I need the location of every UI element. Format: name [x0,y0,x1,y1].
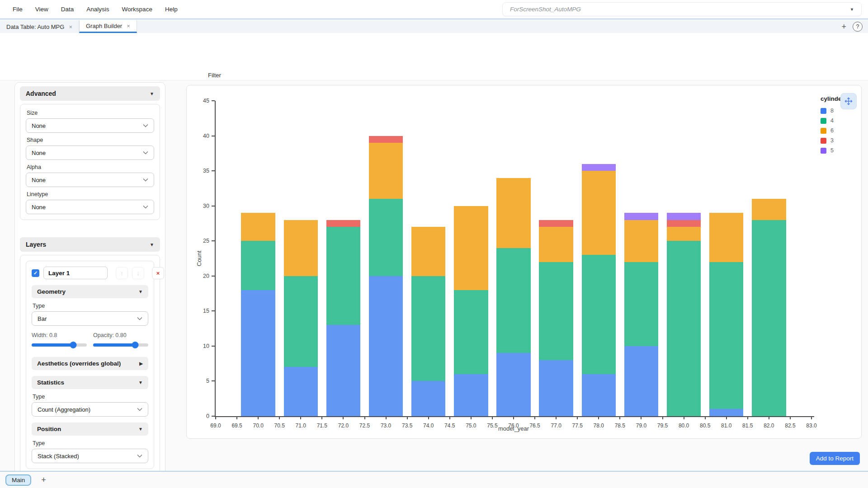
opacity-slider-group: Opacity: 0.80 [93,332,148,348]
y-tick-mark [212,276,215,277]
x-tick-mark [534,416,535,419]
bar-segment [241,213,275,241]
position-type-select[interactable]: Stack (Stacked) [32,449,148,463]
bar-segment [582,164,616,171]
add-to-report-button[interactable]: Add to Report [810,452,860,465]
x-tick-mark [471,416,472,419]
menu-item-workspace[interactable]: Workspace [116,3,159,15]
tab-bar-actions: + ? [841,20,868,33]
alpha-label: Alpha [27,164,154,170]
opacity-slider[interactable] [93,342,148,348]
position-section-header[interactable]: Position ▼ [32,422,148,436]
x-tick-mark [321,416,322,419]
aesthetics-section-title: Aesthetics (overrides global) [37,360,121,367]
statistics-section-header[interactable]: Statistics ▼ [32,376,148,389]
bottom-tab-main[interactable]: Main [5,474,31,486]
bar-segment [624,220,658,262]
size-select[interactable]: None [26,118,154,133]
y-tick-mark [212,100,215,101]
width-slider[interactable] [32,342,87,348]
bar-segment [369,276,403,416]
tab-data-table[interactable]: Data Table: Auto MPG × [0,20,79,33]
x-tick-mark [641,416,642,419]
statistics-type-select[interactable]: Count (Aggregation) [32,402,148,417]
statistics-section-title: Statistics [37,379,64,386]
position-type-label: Type [33,440,148,446]
legend-item: 5 [821,147,859,154]
x-tick-mark [598,416,599,419]
size-select-value: None [32,122,46,129]
move-layer-down-button[interactable]: ↓ [132,267,144,279]
menu-item-view[interactable]: View [29,3,55,15]
bar-segment [539,360,573,416]
x-tick-mark [300,416,301,419]
bar-segment [582,374,616,416]
x-tick-mark [449,416,450,419]
tab-graph-builder[interactable]: Graph Builder × [79,20,137,33]
move-layer-up-button[interactable]: ↑ [116,267,128,279]
menu-item-analysis[interactable]: Analysis [80,3,115,15]
pan-handle-button[interactable] [840,93,857,109]
y-axis-line [215,101,216,416]
advanced-section-header[interactable]: Advanced ▼ [20,86,160,101]
slider-thumb[interactable] [70,342,76,348]
bar-segment [454,374,488,416]
layer-enabled-checkbox[interactable]: ✓ [32,269,39,277]
advanced-section-title: Advanced [26,90,56,97]
chevron-down-icon [137,454,142,458]
document-tab-bar: Data Table: Auto MPG × Graph Builder × +… [0,20,868,33]
linetype-select[interactable]: None [26,200,154,214]
linetype-field: Linetype None [26,191,154,214]
bar-segment [752,220,786,416]
shape-select[interactable]: None [26,145,154,160]
close-icon[interactable]: × [127,23,130,29]
bar-segment [411,276,445,381]
remove-layer-button[interactable]: × [152,267,164,279]
x-tick-mark [577,416,578,419]
x-tick-mark [236,416,237,419]
workspace-selector[interactable]: ForScreenShot_AutoMPG ▼ [502,2,862,16]
x-tick-mark [364,416,365,419]
menu-item-data[interactable]: Data [55,3,80,15]
bar-segment [241,290,275,416]
layers-section-title: Layers [26,241,46,248]
help-button[interactable]: ? [853,22,863,32]
geometry-section-header[interactable]: Geometry ▼ [32,285,148,298]
collapse-triangle-icon: ▼ [150,242,154,247]
geometry-sliders-row: Width: 0.8 Opacity: 0.80 [32,332,148,348]
geometry-type-select[interactable]: Bar [32,311,148,326]
add-bottom-tab-button[interactable]: + [41,475,46,485]
x-tick-mark [811,416,812,419]
legend-label: 3 [830,137,834,144]
legend-swatch-icon [821,108,826,114]
move-icon [844,97,853,106]
slider-thumb[interactable] [132,342,138,348]
x-tick-mark [258,416,259,419]
bar-segment [624,213,658,220]
bar-segment [539,227,573,262]
statistics-type-label: Type [33,394,148,400]
alpha-select[interactable]: None [26,173,154,187]
bar-segment [624,262,658,346]
x-tick-mark [684,416,684,419]
x-tick-mark [407,416,408,419]
bar-segment [582,171,616,255]
menu-item-help[interactable]: Help [159,3,184,15]
chevron-down-icon [143,124,148,127]
collapse-triangle-icon: ▼ [138,289,143,294]
position-type-field: Type Stack (Stacked) [32,440,148,463]
bar-segment [496,353,530,416]
close-icon[interactable]: × [69,23,72,30]
add-tab-button[interactable]: + [841,22,846,32]
alpha-select-value: None [32,177,46,183]
shape-field: Shape None [26,137,154,160]
builder-header: Graph Builder Auto MPG Filter Examples: … [0,33,868,80]
aesthetics-section-header[interactable]: Aesthetics (overrides global) ▶ [32,357,148,370]
layers-section-header[interactable]: Layers ▼ [20,237,160,252]
y-tick-mark [212,206,215,206]
layer-name-input[interactable] [43,267,108,279]
collapse-triangle-icon: ▼ [138,380,143,385]
settings-sidebar: Advanced ▼ Size None Shape None Alpha [14,82,165,471]
menu-item-file[interactable]: File [6,3,29,15]
bar-segment [667,241,701,416]
